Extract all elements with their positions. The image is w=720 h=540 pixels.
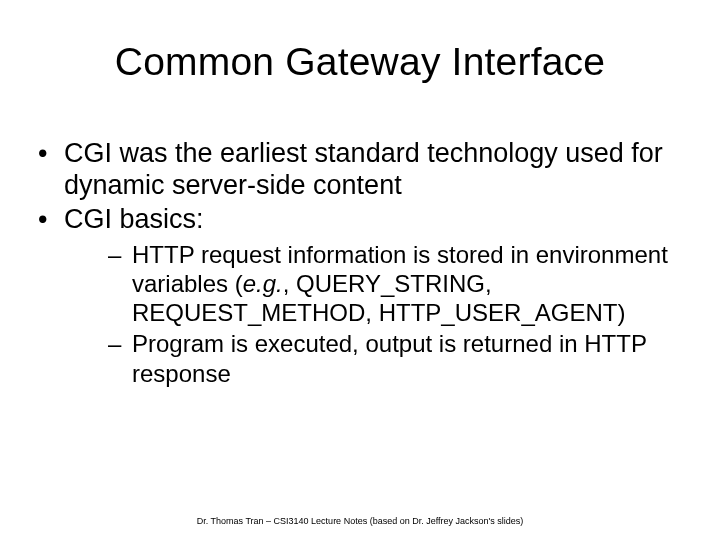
bullet-item: CGI was the earliest standard technology… (32, 138, 692, 202)
slide-footer: Dr. Thomas Tran – CSI3140 Lecture Notes … (0, 516, 720, 526)
bullet-item: CGI basics: HTTP request information is … (32, 204, 692, 388)
slide-title: Common Gateway Interface (28, 40, 692, 84)
sub-bullet-list: HTTP request information is stored in en… (64, 240, 692, 388)
sub-bullet-item: HTTP request information is stored in en… (104, 240, 692, 328)
bullet-text: CGI basics: (64, 204, 204, 234)
sub-bullet-item: Program is executed, output is returned … (104, 329, 692, 388)
sub-text-eg: e.g. (243, 270, 283, 297)
bullet-list: CGI was the earliest standard technology… (28, 138, 692, 388)
